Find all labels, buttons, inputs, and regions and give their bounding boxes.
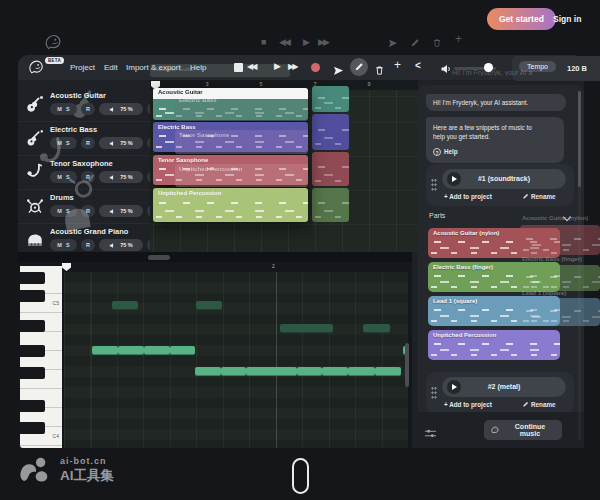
track-volume-button[interactable]: 75 % bbox=[99, 239, 143, 251]
preview-clip-electric-bass[interactable]: Electric Bass Tenor Saxophone bbox=[153, 122, 308, 152]
scroll-mouse-icon bbox=[292, 458, 309, 494]
midi-note[interactable] bbox=[195, 367, 221, 376]
panel-scrollbar-thumb[interactable] bbox=[578, 91, 581, 187]
add-to-project-button[interactable]: + Add to project bbox=[444, 193, 492, 200]
ai-bot-logo-icon bbox=[16, 454, 54, 486]
record-button[interactable] bbox=[311, 63, 320, 72]
bar-number: 3 bbox=[201, 81, 213, 87]
snippet-title: #2 (metal) bbox=[442, 377, 566, 397]
add-button[interactable]: + bbox=[394, 58, 401, 72]
share-button[interactable]: < bbox=[415, 60, 421, 71]
track-name: Tenor Saxophone bbox=[50, 159, 113, 168]
clip-electric-bass[interactable] bbox=[312, 114, 349, 150]
midi-note[interactable] bbox=[196, 301, 222, 310]
midi-note[interactable] bbox=[348, 367, 375, 376]
snippet-pill[interactable]: #1 (soundtrack) bbox=[442, 169, 566, 189]
mute-solo-buttons[interactable]: MS bbox=[50, 171, 77, 183]
fryderyk-logo-icon bbox=[490, 425, 500, 435]
drag-ghost-overlay: Tenor Saxophone bbox=[175, 130, 308, 154]
snippet-title: #1 (soundtrack) bbox=[442, 169, 566, 189]
part-unpitched-percussion[interactable]: Unpitched Percussion bbox=[428, 330, 560, 360]
sign-in-link[interactable]: Sign in bbox=[553, 14, 581, 24]
part-acoustic-guitar-nylon[interactable]: Acoustic Guitar (nylon) bbox=[428, 228, 560, 258]
record-arm-button[interactable]: R bbox=[81, 103, 95, 115]
track-list: Acoustic Guitar MS R 75 % ·+ Electric Ba… bbox=[18, 80, 150, 252]
record-arm-button[interactable]: R bbox=[81, 205, 95, 217]
midi-note[interactable] bbox=[112, 301, 138, 310]
arrange-view: 3 5 7 9 Acoustic Guitar Electric Bass El… bbox=[150, 80, 418, 252]
horizontal-scrollbar-handle[interactable] bbox=[148, 255, 170, 260]
midi-note[interactable] bbox=[322, 367, 348, 376]
midi-note[interactable] bbox=[144, 346, 170, 355]
ghost-part-label: Acoustic Guitar (nylon) bbox=[522, 215, 588, 221]
midi-note[interactable] bbox=[221, 367, 246, 376]
mute-solo-buttons[interactable]: MS bbox=[50, 103, 77, 115]
continue-music-button[interactable]: Continue music bbox=[484, 420, 562, 440]
track-row-drums[interactable]: Drums MS R 75 % ·+ bbox=[18, 190, 150, 224]
part-lead-1-square[interactable]: Lead 1 (square) bbox=[428, 296, 560, 326]
drag-preview-group[interactable]: Acoustic Guitar Electric Bass Electric B… bbox=[153, 88, 308, 224]
track-row-electric-bass[interactable]: Electric Bass MS R 75 % ·+ bbox=[18, 122, 150, 156]
record-arm-button[interactable]: R bbox=[81, 171, 95, 183]
volume-icon[interactable] bbox=[440, 61, 452, 79]
app-toolbar: BETA Project Edit Import & export Help ◀… bbox=[18, 55, 584, 80]
add-to-project-button[interactable]: + Add to project bbox=[444, 401, 492, 408]
ghost-part-label: Electric Bass (finger) bbox=[522, 256, 582, 262]
midi-note[interactable] bbox=[118, 346, 144, 355]
rename-button[interactable]: Rename bbox=[522, 401, 556, 408]
snippet-pill[interactable]: #2 (metal) bbox=[442, 377, 566, 397]
midi-note[interactable] bbox=[280, 324, 333, 333]
track-volume-button[interactable]: 75 % bbox=[99, 137, 143, 149]
record-arm-button[interactable]: R bbox=[81, 239, 95, 251]
track-volume-button[interactable]: 75 % bbox=[99, 103, 143, 115]
get-started-button[interactable]: Get started bbox=[487, 8, 556, 30]
track-volume-button[interactable]: 75 % bbox=[99, 171, 143, 183]
midi-note[interactable] bbox=[246, 367, 297, 376]
beta-badge: BETA bbox=[45, 57, 64, 64]
horizontal-scrollbar[interactable] bbox=[18, 252, 412, 262]
preview-clip-unpitched-percussion[interactable]: Unpitched Percussion bbox=[153, 188, 308, 222]
piano-roll-scrollbar-thumb[interactable] bbox=[405, 343, 409, 387]
acoustic-guitar-icon bbox=[26, 95, 44, 113]
piano-icon bbox=[26, 231, 44, 249]
mute-solo-buttons[interactable]: MS bbox=[50, 239, 77, 251]
pencil-tool-button[interactable] bbox=[350, 58, 368, 76]
drums-icon bbox=[26, 197, 44, 215]
track-row-tenor-saxophone[interactable]: Tenor Saxophone MS R 75 % ·+ bbox=[18, 156, 150, 190]
snippet-card-1: #1 (soundtrack) + Add to project Rename bbox=[426, 164, 574, 206]
drag-handle-icon[interactable] bbox=[431, 178, 437, 191]
preview-clip-acoustic-guitar[interactable]: Acoustic Guitar Electric Bass bbox=[153, 88, 308, 120]
menu-edit[interactable]: Edit bbox=[104, 63, 118, 72]
trash-button[interactable] bbox=[374, 62, 385, 80]
assistant-intro: Here are a few snippets of music to help… bbox=[426, 117, 564, 163]
clip-tenor-saxophone[interactable] bbox=[312, 152, 349, 186]
part-electric-bass-finger[interactable]: Electric Bass (finger) bbox=[428, 262, 560, 292]
assistant-greeting: Hi! I'm Fryderyk, your AI assistant. bbox=[426, 94, 566, 111]
rename-button[interactable]: Rename bbox=[522, 193, 556, 200]
electric-bass-icon bbox=[26, 129, 44, 147]
midi-note[interactable] bbox=[92, 346, 118, 355]
preview-clip-tenor-saxophone[interactable]: Tenor Saxophone Unpitched Percussion bbox=[153, 155, 308, 185]
pin-tool-button[interactable] bbox=[333, 62, 344, 80]
track-volume-button[interactable]: 75 % bbox=[99, 205, 143, 217]
midi-note[interactable] bbox=[375, 367, 401, 376]
sliders-icon[interactable] bbox=[424, 425, 437, 443]
midi-note[interactable] bbox=[363, 324, 390, 333]
mute-solo-buttons[interactable]: MS bbox=[50, 137, 77, 149]
watermark-domain: ai-bot.cn bbox=[60, 456, 114, 466]
midi-note[interactable] bbox=[297, 367, 322, 376]
track-name: Acoustic Grand Piano bbox=[50, 227, 128, 236]
plus-icon: + bbox=[455, 34, 462, 44]
menu-project[interactable]: Project bbox=[70, 63, 95, 72]
record-arm-button[interactable]: R bbox=[81, 137, 95, 149]
clip-acoustic-guitar[interactable] bbox=[312, 86, 349, 112]
mute-solo-buttons[interactable]: MS bbox=[50, 205, 77, 217]
assistant-panel: Hi! I'm Fryderyk, your AI assistant. Her… bbox=[418, 85, 584, 448]
drag-handle-icon[interactable] bbox=[431, 386, 437, 399]
midi-note[interactable] bbox=[170, 346, 195, 355]
pencil-icon bbox=[522, 193, 529, 200]
help-link[interactable]: ? Help bbox=[433, 147, 557, 156]
clip-unpitched-percussion[interactable] bbox=[312, 188, 349, 222]
track-row-acoustic-guitar[interactable]: Acoustic Guitar MS R 75 % ·+ bbox=[18, 88, 150, 122]
track-name: Acoustic Guitar bbox=[50, 91, 106, 100]
